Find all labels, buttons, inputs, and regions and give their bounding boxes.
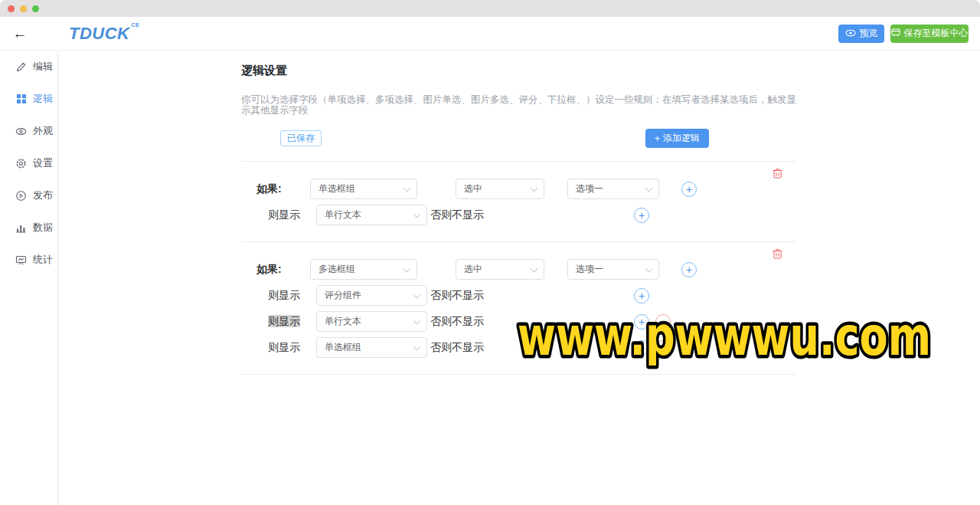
then-label: 则显示 (268, 289, 316, 303)
chevron-down-icon (403, 184, 411, 192)
sidebar-item-label: 外观 (33, 124, 53, 138)
traffic-light-minimize-icon[interactable] (20, 5, 27, 12)
then-label: 则显示 (268, 315, 316, 329)
app-header: ← TDUCKCE 预览 保存至模板中心 (0, 17, 980, 51)
condition-operator-select[interactable]: 选中 (456, 179, 544, 199)
sidebar-item-label: 设置 (33, 156, 53, 170)
action-row-icons: + (634, 288, 649, 303)
add-condition-icon[interactable]: + (681, 262, 697, 277)
select-value: 评分组件 (325, 289, 361, 302)
chevron-down-icon (413, 290, 421, 298)
eye-icon (15, 126, 27, 137)
else-label: 否则不显示 (430, 315, 484, 329)
action-row-icons: + (634, 208, 649, 223)
sidebar-item-stats[interactable]: 统计 (0, 244, 57, 276)
stats-board-icon (15, 254, 27, 266)
action-row-icons: + − (634, 314, 671, 330)
chevron-down-icon (413, 343, 421, 350)
chevron-down-icon (403, 264, 411, 272)
header-actions: 预览 保存至模板中心 (838, 25, 969, 43)
action-row-icons: + − (634, 340, 671, 356)
action-row: 则显示 评分组件 否则不显示 + (241, 285, 796, 306)
chevron-down-icon (531, 184, 538, 192)
else-label: 否则不显示 (430, 208, 484, 222)
traffic-light-close-icon[interactable] (8, 5, 15, 12)
logic-toolbar: 已保存 + 添加逻辑 (241, 129, 796, 148)
grid-icon (15, 93, 27, 105)
condition-option-select[interactable]: 选项一 (567, 179, 659, 199)
add-action-icon[interactable]: + (634, 340, 649, 356)
sidebar-item-label: 编辑 (33, 60, 53, 74)
select-value: 单行文本 (325, 315, 361, 328)
sidebar-item-data[interactable]: 数据 (0, 212, 57, 244)
add-logic-button[interactable]: + 添加逻辑 (645, 129, 709, 148)
action-row: 则显示 单选框组 否则不显示 + − (241, 337, 796, 358)
chevron-down-icon (413, 316, 421, 324)
if-label: 如果: (256, 263, 310, 277)
add-action-icon[interactable]: + (634, 288, 649, 303)
chevron-down-icon (531, 264, 538, 272)
eye-icon (845, 28, 856, 39)
page-title: 逻辑设置 (241, 64, 796, 77)
condition-row: 如果: 单选框组 选中 选项一 + (241, 179, 796, 199)
select-value: 选项一 (576, 263, 603, 276)
add-condition-icon[interactable]: + (681, 182, 697, 197)
sidebar-item-settings[interactable]: 设置 (0, 147, 57, 179)
add-action-icon[interactable]: + (634, 314, 649, 330)
chevron-down-icon (645, 184, 653, 192)
add-action-icon[interactable]: + (634, 208, 649, 223)
save-button-label: 保存至模板中心 (904, 27, 969, 40)
gear-icon (15, 158, 27, 169)
action-field-select[interactable]: 单行文本 (316, 205, 427, 225)
sidebar-item-label: 发布 (33, 189, 53, 202)
condition-operator-select[interactable]: 选中 (456, 259, 544, 280)
traffic-light-maximize-icon[interactable] (32, 5, 39, 12)
chevron-down-icon (645, 264, 653, 272)
action-row: 则显示 单行文本 否则不显示 + (241, 205, 796, 225)
logic-rule-card: 如果: 多选框组 选中 选项一 + 则显示 评分组件 否则不显示 + 则显示 单… (241, 241, 796, 375)
sidebar-item-label: 统计 (33, 253, 53, 267)
publish-icon (15, 190, 27, 202)
then-label: 则显示 (268, 341, 316, 355)
sidebar-item-appearance[interactable]: 外观 (0, 115, 57, 147)
logic-rule-card: 如果: 单选框组 选中 选项一 + 则显示 单行文本 否则不显示 + (241, 161, 796, 241)
remove-action-icon[interactable]: − (655, 314, 671, 330)
remove-action-icon[interactable]: − (655, 340, 671, 356)
select-value: 选中 (464, 182, 482, 195)
plus-icon: + (655, 133, 660, 144)
action-field-select[interactable]: 单选框组 (316, 337, 427, 358)
chevron-down-icon (413, 210, 421, 218)
logo-text: TDUCK (69, 24, 130, 43)
bar-chart-icon (15, 222, 27, 234)
select-value: 选项一 (576, 182, 603, 195)
condition-row: 如果: 多选框组 选中 选项一 + (241, 259, 796, 280)
sidebar-item-label: 数据 (33, 221, 53, 234)
preview-button-label: 预览 (860, 27, 878, 40)
then-label: 则显示 (268, 208, 316, 222)
if-label: 如果: (256, 182, 310, 196)
pencil-icon (15, 61, 27, 73)
select-value: 单选框组 (325, 341, 361, 354)
sidebar-item-publish[interactable]: 发布 (0, 179, 57, 212)
preview-button[interactable]: 预览 (838, 25, 884, 43)
condition-field-select[interactable]: 单选框组 (310, 179, 417, 199)
sidebar-item-edit[interactable]: 编辑 (0, 51, 57, 83)
delete-rule-icon[interactable] (773, 168, 783, 179)
action-field-select[interactable]: 单行文本 (316, 311, 427, 332)
condition-option-select[interactable]: 选项一 (567, 259, 659, 280)
back-button[interactable]: ← (10, 24, 30, 44)
action-field-select[interactable]: 评分组件 (316, 285, 427, 306)
logo-ce-superscript: CE (132, 22, 140, 28)
action-row: 则显示 单行文本 否则不显示 + − (241, 311, 796, 332)
select-value: 多选框组 (318, 263, 355, 276)
save-to-template-button[interactable]: 保存至模板中心 (890, 25, 969, 43)
save-template-icon (891, 28, 900, 40)
select-value: 单选框组 (318, 182, 355, 195)
select-value: 单行文本 (325, 208, 361, 221)
sidebar-item-logic[interactable]: 逻辑 (0, 83, 57, 115)
delete-rule-icon[interactable] (773, 248, 783, 260)
page-description: 你可以为选择字段（单项选择、多项选择、图片单选、图片多选、评分、下拉框、）设定一… (241, 94, 796, 116)
condition-field-select[interactable]: 多选框组 (310, 259, 417, 280)
window-titlebar (0, 0, 980, 17)
sidebar-item-label: 逻辑 (33, 92, 53, 106)
